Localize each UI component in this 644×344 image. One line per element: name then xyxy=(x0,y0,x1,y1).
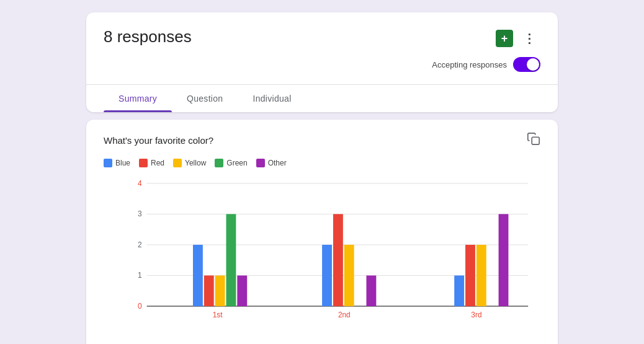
chart-header: What's your favorite color? xyxy=(104,132,540,149)
legend-red: Red xyxy=(139,159,164,167)
bar-3rd-other xyxy=(499,214,509,306)
bar-chart-svg: 4 3 2 1 0 1st xyxy=(122,171,540,319)
bar-2nd-yellow xyxy=(344,245,354,306)
bar-2nd-other xyxy=(366,275,376,306)
add-icon: + xyxy=(501,32,508,45)
more-options-button[interactable]: ⋮ xyxy=(518,27,540,50)
legend-yellow: Yellow xyxy=(173,159,206,167)
bar-3rd-blue xyxy=(454,275,464,306)
svg-rect-0 xyxy=(532,137,539,144)
legend-blue: Blue xyxy=(104,159,130,167)
header-icons: + ⋮ xyxy=(496,27,540,50)
legend-color-red xyxy=(139,159,148,167)
legend-color-blue xyxy=(104,159,112,167)
svg-text:4: 4 xyxy=(138,179,142,188)
chart-area: 4 3 2 1 0 1st xyxy=(122,171,540,338)
copy-button[interactable] xyxy=(527,132,540,149)
chart-card: What's your favorite color? Blue Red Yel… xyxy=(86,120,558,344)
accepting-label: Accepting responses xyxy=(432,60,507,69)
legend-color-green xyxy=(215,159,223,167)
legend-label-red: Red xyxy=(151,159,164,167)
legend-label-green: Green xyxy=(226,159,247,167)
bar-2nd-blue xyxy=(322,245,332,306)
accepting-toggle[interactable] xyxy=(513,57,540,72)
legend-label-yellow: Yellow xyxy=(185,159,206,167)
header-top: 8 responses + ⋮ xyxy=(104,27,540,50)
chart-legend: Blue Red Yellow Green Other xyxy=(104,159,540,167)
svg-text:1: 1 xyxy=(138,271,142,280)
legend-color-other xyxy=(256,159,265,167)
bar-3rd-red xyxy=(465,245,475,306)
responses-title: 8 responses xyxy=(104,27,192,46)
accepting-row: Accepting responses xyxy=(104,57,540,72)
bar-1st-blue xyxy=(193,245,203,306)
svg-text:2nd: 2nd xyxy=(338,311,351,319)
bar-1st-other xyxy=(237,275,247,306)
bar-1st-green xyxy=(226,214,236,306)
header-card: 8 responses + ⋮ Accepting responses Summ… xyxy=(86,12,558,112)
svg-text:3rd: 3rd xyxy=(471,311,481,319)
legend-label-other: Other xyxy=(268,159,287,167)
bar-1st-red xyxy=(204,275,214,306)
tab-question[interactable]: Question xyxy=(172,85,238,112)
svg-text:0: 0 xyxy=(138,302,142,311)
add-sheet-button[interactable]: + xyxy=(496,30,513,47)
svg-text:3: 3 xyxy=(138,209,142,218)
bar-2nd-red xyxy=(333,214,343,306)
tab-individual[interactable]: Individual xyxy=(238,85,306,112)
tabs-bar: Summary Question Individual xyxy=(86,84,558,112)
main-container: 8 responses + ⋮ Accepting responses Summ… xyxy=(86,12,558,344)
legend-color-yellow xyxy=(173,159,182,167)
legend-green: Green xyxy=(215,159,247,167)
chart-question: What's your favorite color? xyxy=(104,135,213,146)
toggle-knob xyxy=(527,58,539,71)
legend-other: Other xyxy=(256,159,287,167)
tab-summary[interactable]: Summary xyxy=(104,85,172,112)
more-icon: ⋮ xyxy=(523,31,535,46)
svg-text:2: 2 xyxy=(138,240,142,249)
bar-3rd-yellow xyxy=(476,245,486,306)
bar-1st-yellow xyxy=(215,275,225,306)
legend-label-blue: Blue xyxy=(115,159,130,167)
svg-text:1st: 1st xyxy=(213,311,223,319)
